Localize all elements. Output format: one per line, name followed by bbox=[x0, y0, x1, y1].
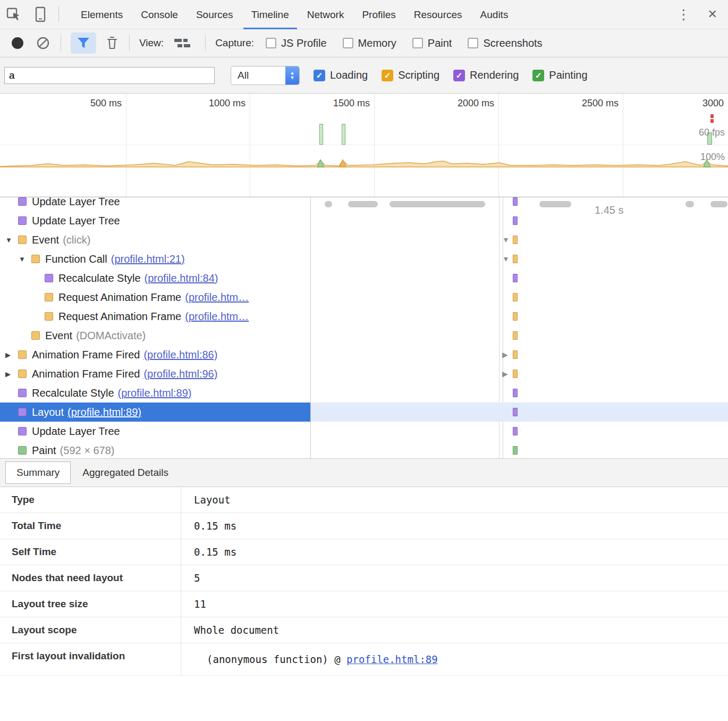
capture-option-memory[interactable]: Memory bbox=[343, 37, 396, 49]
flame-bar[interactable] bbox=[513, 408, 518, 416]
tree-row-animation-frame-fired[interactable]: ▶Animation Frame Fired(profile.html:86) bbox=[0, 345, 310, 364]
panel-tabs: ElementsConsoleSourcesTimelineNetworkPro… bbox=[72, 0, 517, 29]
filter-input[interactable] bbox=[4, 67, 215, 84]
flame-chart-pane[interactable]: ▼▼▶▶ 1.45 s bbox=[311, 197, 728, 458]
source-link[interactable]: (profile.html:96) bbox=[143, 368, 217, 380]
flame-bar[interactable] bbox=[513, 274, 518, 282]
source-link[interactable]: (profile.html:89) bbox=[67, 406, 141, 418]
filter-button[interactable] bbox=[71, 32, 96, 54]
tab-sources[interactable]: Sources bbox=[187, 0, 242, 29]
source-link[interactable]: profile.html:89 bbox=[346, 653, 438, 665]
toolbar-separator bbox=[61, 35, 61, 51]
collapse-arrow-icon[interactable]: ▶ bbox=[5, 351, 18, 359]
painting-marker-icon bbox=[18, 446, 27, 455]
flame-arrow-icon[interactable]: ▶ bbox=[502, 350, 508, 359]
garbage-collect-button[interactable] bbox=[100, 31, 124, 55]
details-tab-aggregated-details[interactable]: Aggregated Details bbox=[71, 462, 180, 483]
tree-row-update-layer-tree[interactable]: Update Layer Tree bbox=[0, 422, 310, 441]
flame-row bbox=[311, 211, 728, 230]
capture-option-paint[interactable]: Paint bbox=[412, 37, 452, 49]
tree-row-request-animation-frame[interactable]: Request Animation Frame(profile.htm… bbox=[0, 288, 310, 307]
checkbox-icon[interactable] bbox=[266, 38, 276, 48]
flame-arrow-icon[interactable]: ▼ bbox=[502, 255, 510, 263]
tree-row-request-animation-frame[interactable]: Request Animation Frame(profile.htm… bbox=[0, 307, 310, 326]
flame-bar[interactable] bbox=[513, 255, 518, 263]
flame-bar[interactable] bbox=[513, 216, 518, 225]
checkbox-icon[interactable] bbox=[412, 38, 423, 48]
more-options-icon[interactable]: ⋮ bbox=[667, 6, 700, 23]
tree-row-update-layer-tree[interactable]: Update Layer Tree bbox=[0, 197, 310, 211]
scroll-handle[interactable] bbox=[539, 201, 571, 207]
category-filter-loading[interactable]: ✓Loading bbox=[314, 69, 368, 81]
capture-option-screenshots[interactable]: Screenshots bbox=[468, 37, 542, 49]
flame-bar[interactable] bbox=[513, 427, 518, 435]
device-toolbar-button[interactable] bbox=[28, 3, 53, 26]
flame-bar[interactable] bbox=[513, 236, 518, 244]
flame-bar[interactable] bbox=[513, 446, 518, 455]
tab-audits[interactable]: Audits bbox=[471, 0, 518, 29]
scroll-handle[interactable] bbox=[348, 201, 378, 207]
tree-row-event[interactable]: Event(DOMActivate) bbox=[0, 326, 310, 345]
checkbox-icon[interactable] bbox=[343, 38, 353, 48]
source-link[interactable]: (profile.htm… bbox=[185, 311, 249, 323]
timeline-overview[interactable]: 500 ms1000 ms1500 ms2000 ms2500 ms3000 6… bbox=[0, 94, 728, 197]
flame-bar[interactable] bbox=[513, 293, 518, 301]
tab-resources[interactable]: Resources bbox=[405, 0, 471, 29]
flame-arrow-icon[interactable]: ▶ bbox=[502, 370, 508, 378]
checkbox-icon[interactable]: ✓ bbox=[532, 70, 544, 81]
source-link[interactable]: (profile.htm… bbox=[185, 291, 249, 304]
device-icon bbox=[33, 5, 48, 23]
source-link[interactable]: (profile.html:86) bbox=[143, 349, 217, 361]
details-tab-summary[interactable]: Summary bbox=[5, 462, 71, 484]
flame-arrow-icon[interactable]: ▼ bbox=[502, 236, 510, 244]
category-filter-scripting[interactable]: ✓Scripting bbox=[382, 69, 439, 81]
tree-row-event[interactable]: ▼Event(click) bbox=[0, 230, 310, 249]
category-filter-rendering[interactable]: ✓Rendering bbox=[453, 69, 519, 81]
tab-console[interactable]: Console bbox=[132, 0, 187, 29]
tree-row-update-layer-tree[interactable]: Update Layer Tree bbox=[0, 211, 310, 230]
scroll-handle[interactable] bbox=[710, 201, 727, 207]
tab-timeline[interactable]: Timeline bbox=[242, 0, 298, 29]
flame-row bbox=[311, 383, 728, 403]
checkbox-icon[interactable]: ✓ bbox=[382, 70, 393, 81]
view-label: View: bbox=[139, 37, 164, 49]
tree-row-recalculate-style[interactable]: Recalculate Style(profile.html:89) bbox=[0, 383, 310, 403]
inspect-element-button[interactable] bbox=[0, 3, 28, 26]
checkbox-icon[interactable]: ✓ bbox=[314, 70, 325, 81]
expand-arrow-icon[interactable]: ▼ bbox=[5, 236, 18, 244]
tab-network[interactable]: Network bbox=[298, 0, 353, 29]
event-label: Event bbox=[32, 234, 59, 246]
tree-row-function-call[interactable]: ▼Function Call(profile.html:21) bbox=[0, 249, 310, 269]
tree-row-paint[interactable]: Paint(592 × 678) bbox=[0, 441, 310, 458]
event-label: Update Layer Tree bbox=[32, 197, 120, 208]
capture-option-js-profile[interactable]: JS Profile bbox=[266, 37, 327, 49]
view-mode-button[interactable] bbox=[168, 31, 200, 55]
tree-row-animation-frame-fired[interactable]: ▶Animation Frame Fired(profile.html:96) bbox=[0, 364, 310, 383]
source-link[interactable]: (profile.html:84) bbox=[145, 272, 218, 284]
source-link[interactable]: (profile.html:89) bbox=[118, 387, 192, 399]
flame-bar[interactable] bbox=[513, 350, 518, 359]
flame-bar[interactable] bbox=[513, 331, 518, 340]
flame-bar[interactable] bbox=[513, 370, 518, 378]
clear-button[interactable] bbox=[31, 31, 55, 55]
flame-bar[interactable] bbox=[513, 312, 518, 321]
checkbox-icon[interactable]: ✓ bbox=[453, 70, 465, 81]
source-link[interactable]: (profile.html:21) bbox=[111, 253, 185, 265]
expand-arrow-icon[interactable]: ▼ bbox=[19, 255, 31, 263]
scroll-handle[interactable] bbox=[685, 201, 694, 207]
category-filter-painting[interactable]: ✓Painting bbox=[532, 69, 587, 81]
tab-profiles[interactable]: Profiles bbox=[353, 0, 404, 29]
record-button[interactable] bbox=[12, 37, 23, 49]
event-label: Function Call bbox=[45, 253, 107, 265]
tab-elements[interactable]: Elements bbox=[72, 0, 132, 29]
checkbox-icon[interactable] bbox=[468, 38, 478, 48]
tree-row-layout[interactable]: Layout(profile.html:89) bbox=[0, 403, 310, 422]
close-icon[interactable]: ✕ bbox=[700, 7, 725, 21]
tree-row-recalculate-style[interactable]: Recalculate Style(profile.html:84) bbox=[0, 269, 310, 288]
rendering-marker-icon bbox=[18, 427, 27, 435]
collapse-arrow-icon[interactable]: ▶ bbox=[5, 370, 18, 378]
scroll-handle[interactable] bbox=[325, 201, 332, 207]
level-select[interactable]: All ▲▼ bbox=[231, 66, 300, 85]
scroll-handle[interactable] bbox=[390, 201, 485, 207]
flame-bar[interactable] bbox=[513, 389, 518, 397]
